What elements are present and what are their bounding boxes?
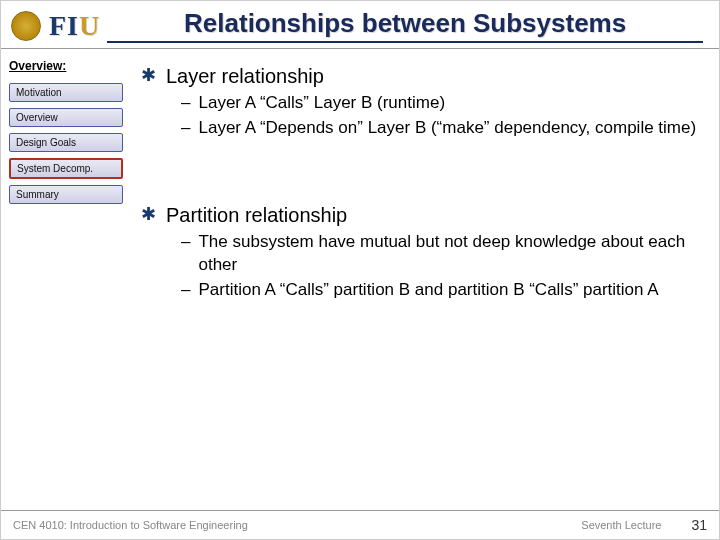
sidebar: Overview: Motivation Overview Design Goa… [1, 49, 131, 510]
sidebar-item-design-goals[interactable]: Design Goals [9, 133, 123, 152]
footer-course: CEN 4010: Introduction to Software Engin… [13, 519, 581, 531]
sub-text: The subsystem have mutual but not deep k… [198, 231, 699, 277]
dash-icon: – [181, 92, 190, 115]
header: F I U Relationships between Subsystems [1, 1, 719, 49]
university-seal-icon [11, 11, 41, 41]
bullet-icon: ✱ [141, 65, 156, 88]
slide-title: Relationships between Subsystems [107, 8, 703, 43]
content: ✱ Layer relationship – Layer A “Calls” L… [131, 49, 719, 510]
sidebar-item-overview[interactable]: Overview [9, 108, 123, 127]
dash-icon: – [181, 279, 190, 302]
sub-text: Layer A “Depends on” Layer B (“make” dep… [198, 117, 696, 140]
sub-item: – The subsystem have mutual but not deep… [181, 231, 699, 277]
sidebar-item-summary[interactable]: Summary [9, 185, 123, 204]
bullet-icon: ✱ [141, 204, 156, 227]
topic-layer-subs: – Layer A “Calls” Layer B (runtime) – La… [181, 92, 699, 140]
sub-text: Layer A “Calls” Layer B (runtime) [198, 92, 445, 115]
sidebar-item-system-decomp[interactable]: System Decomp. [9, 158, 123, 179]
logo-letter-f: F [49, 10, 66, 42]
dash-icon: – [181, 231, 190, 277]
slide: F I U Relationships between Subsystems O… [0, 0, 720, 540]
logo-letter-i: I [67, 10, 78, 42]
sidebar-item-motivation[interactable]: Motivation [9, 83, 123, 102]
topic-title: Layer relationship [166, 65, 324, 88]
sub-text: Partition A “Calls” partition B and part… [198, 279, 658, 302]
topic-title: Partition relationship [166, 204, 347, 227]
topic-partition-subs: – The subsystem have mutual but not deep… [181, 231, 699, 302]
sub-item: – Layer A “Depends on” Layer B (“make” d… [181, 117, 699, 140]
sub-item: – Partition A “Calls” partition B and pa… [181, 279, 699, 302]
body: Overview: Motivation Overview Design Goa… [1, 49, 719, 511]
sidebar-heading: Overview: [9, 59, 123, 73]
spacer [141, 158, 699, 198]
sub-item: – Layer A “Calls” Layer B (runtime) [181, 92, 699, 115]
logo-letter-u: U [79, 10, 99, 42]
fiu-logo: F I U [49, 10, 99, 42]
topic-partition: ✱ Partition relationship [141, 204, 699, 227]
topic-layer: ✱ Layer relationship [141, 65, 699, 88]
footer-lecture: Seventh Lecture [581, 519, 661, 531]
footer: CEN 4010: Introduction to Software Engin… [1, 511, 719, 539]
page-number: 31 [691, 517, 707, 533]
dash-icon: – [181, 117, 190, 140]
